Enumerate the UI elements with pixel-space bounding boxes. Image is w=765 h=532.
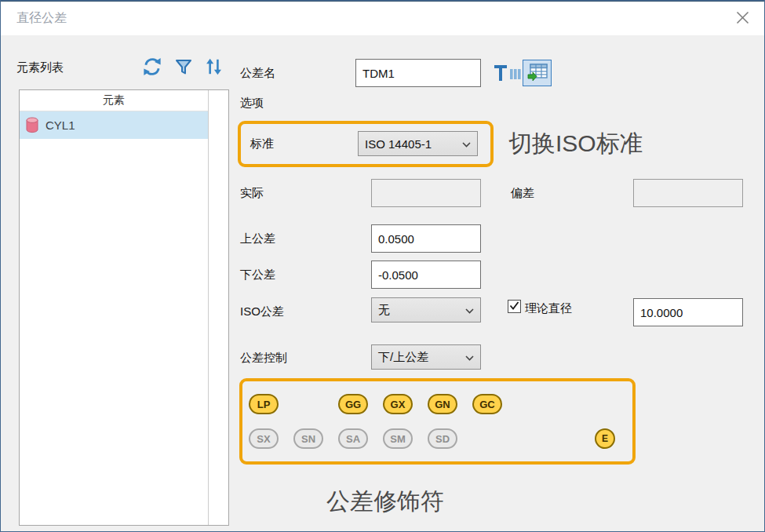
filter-button[interactable]	[173, 57, 195, 79]
standard-annotation: 切换ISO标准	[508, 128, 643, 160]
list-item-cyl1[interactable]: CYL1	[20, 111, 208, 139]
chevron-down-icon	[462, 137, 471, 151]
tolerance-name-input[interactable]	[355, 59, 481, 87]
options-label: 选项	[240, 96, 264, 111]
table-green-arrow-icon	[527, 63, 548, 84]
close-icon	[736, 11, 749, 27]
element-list-title: 元素列表	[16, 60, 64, 75]
sort-button[interactable]	[202, 57, 224, 79]
title-bar: 直径公差	[1, 1, 764, 35]
standard-dropdown[interactable]: ISO 14405-1	[358, 131, 478, 156]
send-to-report-button[interactable]	[523, 60, 552, 86]
sort-icon	[203, 56, 224, 80]
modifier-sa-button[interactable]: SA	[338, 428, 368, 449]
standard-label: 标准	[250, 137, 274, 151]
element-column-header[interactable]: 元素	[20, 90, 208, 111]
deviation-label: 偏差	[511, 186, 534, 201]
modifier-gg-button[interactable]: GG	[338, 394, 368, 414]
theoretical-diameter-label: 理论直径	[525, 301, 572, 316]
actual-input	[371, 179, 481, 207]
refresh-icon	[142, 56, 162, 80]
chevron-down-icon	[465, 303, 474, 317]
modifiers-highlight-box	[239, 378, 636, 465]
column-separator	[208, 90, 209, 525]
tolerance-control-label: 公差控制	[240, 351, 287, 366]
modifiers-annotation: 公差修饰符	[326, 486, 444, 518]
lower-tolerance-input[interactable]	[371, 261, 481, 289]
dialog-title: 直径公差	[16, 10, 67, 27]
checkmark-icon	[509, 300, 519, 314]
modifier-gn-button[interactable]: GN	[428, 394, 457, 414]
modifier-sx-button[interactable]: SX	[249, 428, 279, 449]
tolerance-control-value: 下/上公差	[372, 350, 465, 365]
modifier-sd-button[interactable]: SD	[428, 428, 457, 449]
modifier-gx-button[interactable]: GX	[383, 394, 413, 414]
theoretical-diameter-checkbox[interactable]	[508, 300, 521, 313]
lower-tolerance-label: 下公差	[240, 268, 275, 282]
iso-tolerance-value: 无	[372, 303, 465, 318]
refresh-button[interactable]	[141, 57, 163, 79]
standard-value: ISO 14405-1	[359, 137, 462, 151]
name-format-icon[interactable]	[493, 62, 521, 84]
iso-tolerance-label: ISO公差	[240, 304, 284, 319]
modifier-lp-button[interactable]: LP	[249, 394, 279, 414]
filter-icon	[174, 57, 193, 79]
close-button[interactable]	[729, 7, 756, 31]
list-item-label: CYL1	[46, 118, 75, 132]
upper-tolerance-label: 上公差	[240, 231, 275, 246]
iso-tolerance-dropdown[interactable]: 无	[371, 297, 481, 322]
element-list: 元素 CYL1	[19, 89, 229, 526]
tolerance-name-label: 公差名	[240, 66, 275, 81]
chevron-down-icon	[465, 350, 474, 364]
cylinder-icon	[25, 117, 39, 133]
upper-tolerance-input[interactable]	[371, 224, 481, 253]
theoretical-diameter-input[interactable]	[633, 298, 743, 326]
actual-label: 实际	[240, 186, 264, 201]
diameter-tolerance-dialog: 直径公差 元素列表	[0, 0, 765, 532]
modifier-sn-button[interactable]: SN	[293, 428, 323, 449]
tolerance-control-dropdown[interactable]: 下/上公差	[371, 344, 481, 370]
modifier-gc-button[interactable]: GC	[472, 394, 502, 414]
modifier-sm-button[interactable]: SM	[383, 428, 413, 449]
deviation-input	[633, 179, 743, 207]
modifier-envelope-button[interactable]: E	[595, 428, 615, 449]
